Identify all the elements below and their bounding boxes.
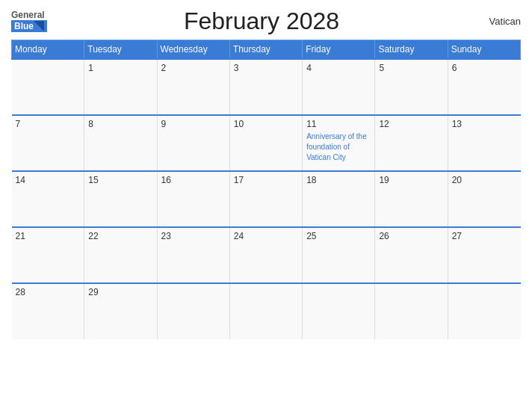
col-tuesday: Tuesday [84, 40, 157, 60]
calendar-cell: 19 [375, 171, 448, 227]
logo-wordmark: General Blue [11, 10, 47, 32]
logo-flag-icon [34, 21, 44, 31]
logo-blue-bar: Blue [11, 20, 47, 32]
day-number: 10 [234, 119, 298, 129]
calendar-cell: 26 [375, 227, 448, 283]
col-sunday: Sunday [448, 40, 520, 60]
day-number: 14 [16, 175, 81, 185]
calendar-cell: 25 [303, 227, 375, 283]
svg-marker-0 [34, 21, 44, 31]
day-number: 23 [161, 231, 226, 241]
day-number: 15 [88, 175, 152, 185]
day-number: 24 [234, 231, 298, 241]
day-number: 16 [161, 175, 226, 185]
day-number: 12 [379, 119, 443, 129]
day-number: 7 [16, 119, 81, 129]
calendar-cell: 27 [448, 227, 520, 283]
calendar-cell: 9 [157, 115, 229, 171]
day-number: 2 [161, 63, 226, 73]
calendar-cell: 16 [157, 171, 229, 227]
day-number: 6 [452, 63, 517, 73]
location-label: Vatican [476, 16, 521, 27]
day-number: 29 [88, 287, 152, 297]
calendar-cell [375, 283, 448, 339]
calendar-cell: 8 [84, 115, 157, 171]
day-number: 20 [452, 175, 517, 185]
day-number: 26 [379, 231, 443, 241]
calendar-cell: 28 [12, 283, 84, 339]
day-number: 21 [16, 231, 81, 241]
day-number: 18 [306, 175, 371, 185]
event-label: Anniversary of the foundation of Vatican… [306, 132, 367, 161]
col-saturday: Saturday [375, 40, 448, 60]
logo: General Blue [11, 10, 47, 32]
page: General Blue February 2028 Vatican Monda… [0, 0, 532, 411]
logo-general-text: General [11, 10, 47, 20]
calendar-week-row: 123456 [12, 59, 521, 115]
calendar-cell: 17 [229, 171, 302, 227]
calendar-cell: 10 [229, 115, 302, 171]
header: General Blue February 2028 Vatican [11, 7, 521, 35]
col-thursday: Thursday [229, 40, 302, 60]
calendar-cell: 13 [448, 115, 520, 171]
calendar-cell: 6 [448, 59, 520, 115]
calendar-cell: 14 [12, 171, 84, 227]
col-monday: Monday [12, 40, 84, 60]
calendar-cell: 18 [303, 171, 375, 227]
day-number: 11 [306, 119, 371, 129]
calendar-cell: 5 [375, 59, 448, 115]
calendar-header-row: Monday Tuesday Wednesday Thursday Friday… [12, 40, 521, 60]
day-number: 19 [379, 175, 443, 185]
day-number: 17 [234, 175, 298, 185]
calendar-cell: 24 [229, 227, 302, 283]
calendar-cell: 3 [229, 59, 302, 115]
day-number: 3 [234, 63, 298, 73]
calendar-cell: 15 [84, 171, 157, 227]
calendar-cell: 2 [157, 59, 229, 115]
day-number: 5 [379, 63, 443, 73]
calendar-cell [303, 283, 375, 339]
calendar-cell: 20 [448, 171, 520, 227]
page-title: February 2028 [47, 7, 476, 35]
calendar-cell: 22 [84, 227, 157, 283]
day-number: 13 [452, 119, 517, 129]
day-number: 9 [161, 119, 226, 129]
logo-blue-text: Blue [14, 22, 34, 31]
day-number: 27 [452, 231, 517, 241]
calendar-cell: 11Anniversary of the foundation of Vatic… [303, 115, 375, 171]
col-friday: Friday [303, 40, 375, 60]
calendar-cell [229, 283, 302, 339]
day-number: 25 [306, 231, 371, 241]
day-number: 22 [88, 231, 152, 241]
calendar-cell: 1 [84, 59, 157, 115]
calendar-week-row: 21222324252627 [12, 227, 521, 283]
calendar-week-row: 2829 [12, 283, 521, 339]
calendar-cell [157, 283, 229, 339]
calendar-week-row: 7891011Anniversary of the foundation of … [12, 115, 521, 171]
calendar-table: Monday Tuesday Wednesday Thursday Friday… [11, 40, 521, 339]
calendar-cell: 29 [84, 283, 157, 339]
calendar-cell [448, 283, 520, 339]
day-number: 8 [88, 119, 152, 129]
calendar-cell: 7 [12, 115, 84, 171]
day-number: 4 [306, 63, 371, 73]
calendar-cell: 23 [157, 227, 229, 283]
col-wednesday: Wednesday [157, 40, 229, 60]
calendar-cell: 21 [12, 227, 84, 283]
calendar-cell: 4 [303, 59, 375, 115]
calendar-cell [12, 59, 84, 115]
calendar-cell: 12 [375, 115, 448, 171]
day-number: 28 [16, 287, 81, 297]
day-number: 1 [88, 63, 152, 73]
calendar-week-row: 14151617181920 [12, 171, 521, 227]
